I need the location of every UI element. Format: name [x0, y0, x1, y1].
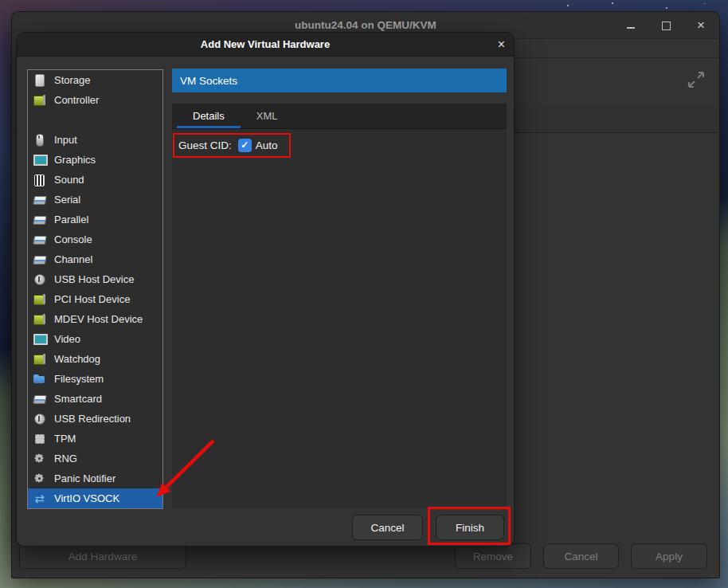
- usb-icon: [33, 412, 46, 425]
- circuit-board-icon: [33, 312, 46, 326]
- sidebar-item-watchdog[interactable]: Watchdog: [28, 349, 162, 369]
- sidebar-item-label: Input: [54, 134, 77, 146]
- desktop: ubuntu24.04 on QEMU/KVM × Add Hardware R…: [0, 0, 728, 588]
- hardware-config-panel: VM Sockets Details XML Guest CID: ✓ Auto: [172, 69, 507, 508]
- apply-button[interactable]: Apply: [631, 543, 707, 569]
- sidebar-item-graphics[interactable]: Graphics: [28, 150, 162, 170]
- add-hardware-button[interactable]: Add Hardware: [19, 543, 186, 569]
- sidebar-item-label: TPM: [54, 433, 76, 445]
- sidebar-item-label: Panic Notifier: [54, 472, 115, 484]
- sidebar-item-parallel[interactable]: Parallel: [28, 210, 162, 229]
- sidebar-item-pci-host-device[interactable]: PCI Host Device: [28, 289, 162, 309]
- sidebar-item-label: Graphics: [54, 154, 96, 166]
- sidebar-item-mdev-host-device[interactable]: MDEV Host Device: [28, 309, 162, 329]
- expand-icon[interactable]: [686, 69, 706, 90]
- remove-button[interactable]: Remove: [455, 543, 531, 569]
- serial-device-icon: [33, 253, 46, 266]
- swap-arrows-icon: ⇄: [33, 492, 46, 505]
- sidebar-item-label: Video: [54, 333, 80, 345]
- sidebar-item-video[interactable]: Video: [28, 329, 162, 349]
- display-icon: [33, 153, 46, 167]
- sidebar-item-label: RNG: [54, 453, 77, 465]
- sidebar-item-label: Filesystem: [54, 373, 104, 385]
- sidebar-item-label: USB Host Device: [54, 273, 134, 285]
- details-tab-content: Guest CID: ✓ Auto: [172, 129, 507, 508]
- sidebar-item-usb-host-device[interactable]: USB Host Device: [28, 269, 162, 289]
- guest-cid-row: Guest CID: ✓ Auto: [178, 135, 507, 155]
- sidebar-item-label: USB Redirection: [54, 413, 131, 425]
- sidebar-item-label: Controller: [54, 94, 99, 106]
- auto-checkbox[interactable]: ✓: [238, 139, 252, 152]
- maximize-icon[interactable]: [660, 20, 671, 31]
- tab-details[interactable]: Details: [177, 104, 241, 128]
- check-icon: ✓: [241, 139, 249, 152]
- disk-icon: [33, 73, 46, 87]
- serial-device-icon: [33, 392, 46, 406]
- sidebar-item-usb-redirection[interactable]: USB Redirection: [28, 409, 162, 429]
- tab-bar: Details XML: [172, 104, 507, 129]
- serial-device-icon: [33, 233, 46, 246]
- tab-xml[interactable]: XML: [241, 104, 294, 128]
- sidebar-item-label: Console: [54, 233, 92, 245]
- dialog-close-icon[interactable]: ×: [498, 33, 505, 57]
- usb-icon: [33, 272, 46, 286]
- sidebar-item-controller[interactable]: Controller: [28, 90, 162, 110]
- gear-icon: [33, 452, 46, 465]
- sidebar-item-label: PCI Host Device: [54, 293, 130, 305]
- panel-header: VM Sockets: [172, 69, 507, 92]
- sidebar-item-empty[interactable]: [28, 110, 162, 130]
- circuit-board-icon: [33, 292, 46, 306]
- minimize-icon[interactable]: [625, 20, 636, 31]
- sidebar-item-rng[interactable]: RNG: [28, 449, 162, 468]
- dialog-title: Add New Virtual Hardware: [201, 38, 330, 50]
- gear-icon: [33, 472, 46, 485]
- add-hardware-dialog: Add New Virtual Hardware × StorageContro…: [16, 32, 515, 547]
- notebook: Details XML Guest CID: ✓ Auto: [172, 104, 507, 508]
- hardware-type-list: StorageControllerInputGraphicsSoundSeria…: [27, 69, 163, 509]
- serial-device-icon: [33, 213, 46, 226]
- sidebar-item-label: VirtIO VSOCK: [54, 492, 119, 504]
- sidebar-item-label: Serial: [54, 194, 80, 206]
- sidebar-item-tpm[interactable]: TPM: [28, 429, 162, 449]
- sidebar-item-channel[interactable]: Channel: [28, 249, 162, 269]
- serial-device-icon: [33, 193, 46, 206]
- finish-button[interactable]: Finish: [436, 515, 504, 540]
- sidebar-item-storage[interactable]: Storage: [28, 70, 162, 90]
- wallpaper-star: [704, 3, 705, 4]
- vm-cancel-button[interactable]: Cancel: [543, 543, 619, 569]
- mouse-icon: [33, 133, 46, 147]
- chip-icon: [33, 432, 46, 445]
- speaker-icon: [33, 173, 46, 186]
- wallpaper-star: [666, 7, 667, 9]
- dialog-header[interactable]: Add New Virtual Hardware ×: [17, 33, 514, 57]
- sidebar-item-label: MDEV Host Device: [54, 313, 143, 325]
- sidebar-item-panic-notifier[interactable]: Panic Notifier: [28, 468, 162, 488]
- sidebar-item-input[interactable]: Input: [28, 130, 162, 150]
- vm-window-title: ubuntu24.04 on QEMU/KVM: [295, 19, 436, 31]
- panel-header-label: VM Sockets: [180, 75, 237, 87]
- display-icon: [33, 332, 46, 346]
- circuit-board-icon: [33, 93, 46, 107]
- sidebar-item-smartcard[interactable]: Smartcard: [28, 389, 162, 409]
- circuit-board-icon: [33, 352, 46, 366]
- guest-cid-label: Guest CID:: [178, 139, 232, 151]
- window-controls: ×: [625, 12, 706, 39]
- sidebar-item-virtio-vsock[interactable]: ⇄VirtIO VSOCK: [28, 488, 162, 508]
- sidebar-item-filesystem[interactable]: Filesystem: [28, 369, 162, 389]
- sidebar-item-label: Smartcard: [54, 393, 102, 405]
- close-icon[interactable]: ×: [695, 20, 706, 31]
- none-icon: [33, 113, 46, 127]
- sidebar-item-label: Watchdog: [54, 353, 100, 365]
- sidebar-item-sound[interactable]: Sound: [28, 170, 162, 190]
- folder-icon: [33, 372, 46, 386]
- sidebar-item-console[interactable]: Console: [28, 229, 162, 249]
- wallpaper-star: [612, 2, 613, 4]
- sidebar-item-serial[interactable]: Serial: [28, 190, 162, 210]
- auto-label: Auto: [256, 139, 278, 151]
- wallpaper-star: [567, 5, 569, 6]
- sidebar-item-label: Channel: [54, 253, 92, 265]
- sidebar-item-label: Sound: [54, 174, 84, 186]
- dialog-cancel-button[interactable]: Cancel: [352, 515, 423, 540]
- sidebar-item-label: Parallel: [54, 214, 88, 225]
- sidebar-item-label: Storage: [54, 74, 91, 86]
